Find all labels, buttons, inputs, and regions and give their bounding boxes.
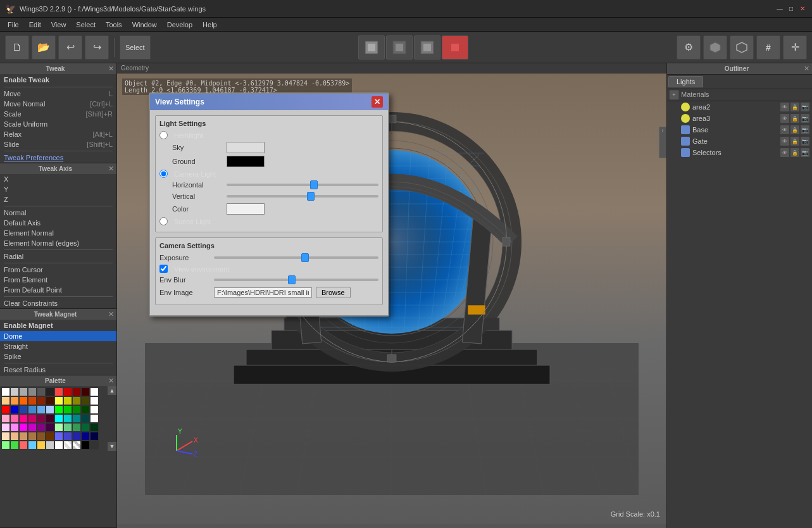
palette-color-17[interactable] xyxy=(46,396,54,405)
enable-tweak-item[interactable]: Enable Tweak xyxy=(0,74,116,85)
selectors-visibility-button[interactable]: 👁 xyxy=(780,148,789,157)
tweak-close-button[interactable]: ✕ xyxy=(108,65,114,73)
palette-color-36[interactable] xyxy=(19,414,28,423)
selectors-render-button[interactable]: 📷 xyxy=(801,148,809,157)
palette-color-28[interactable] xyxy=(46,405,54,414)
materials-label[interactable]: Materials xyxy=(681,91,709,99)
slide-item[interactable]: Slide [Shift]+L xyxy=(0,139,116,149)
palette-color-56[interactable] xyxy=(1,432,10,441)
palette-color-49[interactable] xyxy=(37,423,46,432)
gate-lock-button[interactable]: 🔒 xyxy=(790,137,799,146)
palette-color-9[interactable] xyxy=(72,387,81,396)
close-button[interactable]: ✕ xyxy=(798,4,807,13)
palette-checker-2[interactable] xyxy=(72,441,81,449)
viewport-canvas[interactable]: X Y Z Object #2, Edge #0. Midpoint <-3.6… xyxy=(117,73,666,524)
palette-color-68[interactable] xyxy=(10,441,19,449)
dome-magnet-item[interactable]: Dome xyxy=(0,331,116,341)
base-render-button[interactable]: 📷 xyxy=(801,125,809,134)
tweak-magnet-close-button[interactable]: ✕ xyxy=(108,310,114,318)
camera-light-radio[interactable] xyxy=(159,170,168,178)
wire-button[interactable] xyxy=(730,35,754,60)
scale-item[interactable]: Scale [Shift]+R xyxy=(0,109,116,119)
view-top-button[interactable] xyxy=(414,35,440,60)
palette-color-43[interactable] xyxy=(81,414,90,423)
palette-color-18[interactable] xyxy=(54,396,63,405)
element-normal-edges-item[interactable]: Element Normal (edges) xyxy=(0,238,116,248)
lights-tab[interactable]: Lights xyxy=(668,76,703,87)
palette-color-4[interactable] xyxy=(28,387,37,396)
view-front-button[interactable] xyxy=(358,35,385,60)
undo-button[interactable]: ↩ xyxy=(58,35,82,60)
menu-file[interactable]: File xyxy=(3,20,24,30)
normal-item[interactable]: Normal xyxy=(0,208,116,218)
palette-color-46[interactable] xyxy=(10,423,19,432)
palette-color-31[interactable] xyxy=(72,405,81,414)
menu-develop[interactable]: Develop xyxy=(162,20,197,30)
palette-color-8[interactable] xyxy=(63,387,72,396)
palette-color-44[interactable] xyxy=(90,414,99,423)
env-image-input[interactable]: F:\Images\HDRI\HDRI small imag xyxy=(214,287,312,298)
gate-visibility-button[interactable]: 👁 xyxy=(780,137,789,146)
select-button[interactable]: Select xyxy=(120,35,151,60)
palette-color-26[interactable] xyxy=(28,405,37,414)
palette-color-dark[interactable] xyxy=(90,441,99,449)
palette-scroll-down[interactable]: ▼ xyxy=(108,442,116,451)
from-default-point-item[interactable]: From Default Point xyxy=(0,285,116,295)
menu-view[interactable]: View xyxy=(46,20,72,30)
element-normal-item[interactable]: Element Normal xyxy=(0,228,116,238)
axis-x-item[interactable]: X xyxy=(0,174,116,184)
palette-color-53[interactable] xyxy=(72,423,81,432)
palette-color-41[interactable] xyxy=(63,414,72,423)
exposure-slider-thumb[interactable] xyxy=(301,253,309,262)
palette-color-20[interactable] xyxy=(72,396,81,405)
palette-color-60[interactable] xyxy=(37,432,46,441)
area3-lock-button[interactable]: 🔒 xyxy=(790,114,799,123)
area2-render-button[interactable]: 📷 xyxy=(801,103,809,111)
view-persp-button[interactable] xyxy=(442,35,468,60)
palette-color-57[interactable] xyxy=(10,432,19,441)
solid-button[interactable] xyxy=(703,35,727,60)
minimize-button[interactable]: — xyxy=(775,4,784,13)
palette-color-5[interactable] xyxy=(37,387,46,396)
palette-color-7[interactable] xyxy=(54,387,63,396)
outliner-item-area3[interactable]: area3 👁 🔒 📷 xyxy=(667,113,812,124)
palette-color-25[interactable] xyxy=(19,405,28,414)
move-item[interactable]: Move L xyxy=(0,89,116,99)
from-cursor-item[interactable]: From Cursor xyxy=(0,265,116,275)
palette-color-19[interactable] xyxy=(63,396,72,405)
palette-color-62[interactable] xyxy=(54,432,63,441)
redo-button[interactable]: ↪ xyxy=(85,35,109,60)
palette-color-33[interactable] xyxy=(90,405,99,414)
palette-color-69[interactable] xyxy=(19,441,28,449)
gate-render-button[interactable]: 📷 xyxy=(801,137,809,146)
tweak-axis-close-button[interactable]: ✕ xyxy=(108,165,114,173)
menu-help[interactable]: Help xyxy=(197,20,222,30)
move-normal-item[interactable]: Move Normal [Ctrl]+L xyxy=(0,99,116,109)
tweak-preferences-link[interactable]: Tweak Preferences xyxy=(0,153,116,163)
clear-constraints-item[interactable]: Clear Constraints xyxy=(0,298,116,308)
spike-magnet-item[interactable]: Spike xyxy=(0,351,116,361)
palette-color-21[interactable] xyxy=(81,396,90,405)
palette-color-34[interactable] xyxy=(1,414,10,423)
palette-color-64[interactable] xyxy=(72,432,81,441)
palette-color-52[interactable] xyxy=(63,423,72,432)
horizontal-slider-thumb[interactable] xyxy=(310,180,318,189)
palette-color-67[interactable] xyxy=(1,441,10,449)
axis-z-item[interactable]: Z xyxy=(0,194,116,204)
palette-color-6[interactable] xyxy=(46,387,54,396)
grid-button[interactable]: # xyxy=(756,35,780,60)
enable-magnet-item[interactable]: Enable Magnet xyxy=(0,320,116,331)
palette-color-42[interactable] xyxy=(72,414,81,423)
sky-color-picker[interactable] xyxy=(227,142,265,153)
scale-uniform-item[interactable]: Scale Uniform xyxy=(0,119,116,129)
area3-visibility-button[interactable]: 👁 xyxy=(780,114,789,123)
axis-y-item[interactable]: Y xyxy=(0,184,116,194)
outliner-item-area2[interactable]: area2 👁 🔒 📷 xyxy=(667,101,812,113)
view-settings-close-button[interactable]: ✕ xyxy=(372,96,383,108)
palette-scroll-up[interactable]: ▲ xyxy=(108,386,116,395)
palette-color-37[interactable] xyxy=(28,414,37,423)
area3-render-button[interactable]: 📷 xyxy=(801,114,809,123)
palette-color-72[interactable] xyxy=(46,441,54,449)
menu-tools[interactable]: Tools xyxy=(101,20,127,30)
palette-color-30[interactable] xyxy=(63,405,72,414)
